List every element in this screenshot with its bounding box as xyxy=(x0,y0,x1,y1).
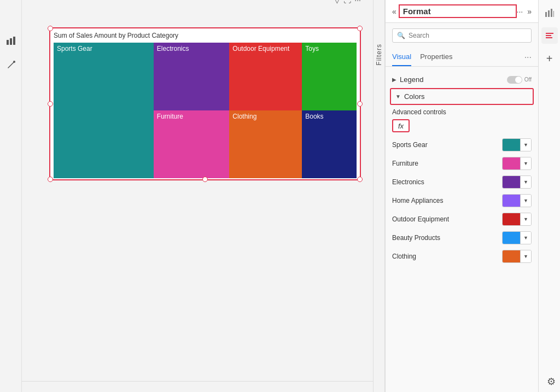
collapse-button[interactable]: « xyxy=(392,7,396,16)
svg-rect-5 xyxy=(548,10,550,17)
filters-sidebar: Filters xyxy=(373,0,385,392)
color-item-sports-gear: Sports Gear ▼ xyxy=(386,136,538,154)
status-bar xyxy=(22,381,373,392)
clothing-swatch-container[interactable]: ▼ xyxy=(502,250,532,263)
svg-point-3 xyxy=(13,61,15,63)
svg-rect-9 xyxy=(546,35,551,36)
treemap-cell-books[interactable]: Books xyxy=(302,110,357,178)
svg-rect-0 xyxy=(7,40,9,45)
sports-gear-swatch-container[interactable]: ▼ xyxy=(502,138,532,151)
resize-handle-tl[interactable] xyxy=(48,26,53,31)
color-item-furniture: Furniture ▼ xyxy=(386,154,538,173)
visualizations-icon[interactable] xyxy=(541,4,558,21)
resize-handle-mr[interactable] xyxy=(357,101,363,107)
panel-header-icons: ··· » xyxy=(517,7,532,16)
furniture-label: Furniture xyxy=(392,160,498,167)
tabs-more-icon[interactable]: ··· xyxy=(524,52,532,62)
colors-section-row[interactable]: ▼ Colors xyxy=(391,89,533,104)
panel-title: Format xyxy=(399,4,517,18)
electronics-dropdown[interactable]: ▼ xyxy=(520,176,531,188)
svg-rect-1 xyxy=(10,38,12,45)
furniture-swatch xyxy=(503,157,520,169)
resize-handle-bm[interactable] xyxy=(202,177,208,182)
panel-tabs: Visual Properties ··· xyxy=(386,48,538,67)
legend-toggle[interactable]: Off xyxy=(507,76,532,84)
treemap-cell-electronics[interactable]: Electronics xyxy=(154,43,230,110)
home-appliances-dropdown[interactable]: ▼ xyxy=(520,195,531,207)
treemap-cell-outdoor[interactable]: Outdoor Equipment xyxy=(229,43,302,110)
sports-gear-swatch xyxy=(503,139,520,151)
treemap-cell-toys[interactable]: Toys xyxy=(302,43,357,110)
more-icon[interactable]: ··· xyxy=(517,7,523,16)
tab-properties[interactable]: Properties xyxy=(420,48,452,66)
outdoor-label: Outdoor Equipment xyxy=(392,215,498,223)
tab-visual[interactable]: Visual xyxy=(392,48,411,66)
electronics-label: Electronics xyxy=(392,178,498,186)
color-item-beauty: Beauty Products ▼ xyxy=(386,229,538,247)
resize-handle-tr[interactable] xyxy=(357,26,363,31)
clothing-dropdown[interactable]: ▼ xyxy=(520,250,531,262)
furniture-swatch-container[interactable]: ▼ xyxy=(502,157,532,170)
paint-icon[interactable] xyxy=(3,57,19,72)
electronics-swatch-container[interactable]: ▼ xyxy=(502,175,532,189)
svg-rect-6 xyxy=(551,9,552,17)
chart-title: Sum of Sales Amount by Product Category xyxy=(54,32,357,39)
filter-icon[interactable]: ▽ xyxy=(334,0,340,4)
search-box[interactable]: 🔍 xyxy=(392,28,532,43)
svg-rect-2 xyxy=(13,37,15,45)
outdoor-dropdown[interactable]: ▼ xyxy=(520,213,531,225)
colors-label: Colors xyxy=(404,92,528,101)
colors-section: ▼ Colors xyxy=(390,88,534,105)
sports-gear-label: Sports Gear xyxy=(392,141,498,149)
treemap-cell-furniture[interactable]: Furniture xyxy=(154,110,230,178)
home-appliances-label: Home Appliances xyxy=(392,197,498,204)
clothing-swatch xyxy=(503,250,520,262)
svg-rect-8 xyxy=(546,33,553,34)
advanced-controls: Advanced controls fx xyxy=(386,105,538,136)
outdoor-swatch-container[interactable]: ▼ xyxy=(502,213,532,226)
treemap-cell-clothing[interactable]: Clothing xyxy=(229,110,302,178)
advanced-controls-label: Advanced controls xyxy=(392,108,532,116)
bar-chart-icon[interactable] xyxy=(3,33,19,48)
format-icon[interactable] xyxy=(541,27,558,44)
svg-rect-4 xyxy=(545,12,547,17)
search-input[interactable] xyxy=(409,32,527,39)
outdoor-swatch xyxy=(503,213,520,225)
gear-icon[interactable]: ⚙ xyxy=(547,376,556,388)
home-appliances-swatch-container[interactable]: ▼ xyxy=(502,194,532,207)
treemap: Sports Gear Electronics Outdoor Equipmen… xyxy=(54,43,357,178)
chart-toolbar: ▽ ⛶ ··· xyxy=(334,0,361,4)
beauty-label: Beauty Products xyxy=(392,234,498,242)
sports-gear-dropdown[interactable]: ▼ xyxy=(520,139,531,151)
treemap-cell-sports-gear[interactable]: Sports Gear xyxy=(54,43,154,178)
color-item-outdoor: Outdoor Equipment ▼ xyxy=(386,210,538,229)
svg-rect-10 xyxy=(546,37,552,38)
resize-handle-br[interactable] xyxy=(357,177,363,182)
resize-handle-ml[interactable] xyxy=(48,101,53,107)
electronics-swatch xyxy=(503,176,520,188)
fx-button[interactable]: fx xyxy=(392,119,410,132)
panel-content: ▶ Legend Off ▼ Colors Advanced controls … xyxy=(386,67,538,392)
search-icon: 🔍 xyxy=(397,32,405,39)
resize-handle-bl[interactable] xyxy=(48,177,53,182)
panel-header: « Format ··· » xyxy=(386,0,538,23)
beauty-dropdown[interactable]: ▼ xyxy=(520,232,531,244)
chart-container: Sum of Sales Amount by Product Category … xyxy=(49,27,361,180)
beauty-swatch-container[interactable]: ▼ xyxy=(502,231,532,244)
legend-label: Legend xyxy=(400,75,507,84)
color-items-list: Sports Gear ▼ Furniture ▼ Electronics xyxy=(386,136,538,266)
furniture-dropdown[interactable]: ▼ xyxy=(520,157,531,169)
more-options-icon[interactable]: ··· xyxy=(354,0,361,4)
clothing-label: Clothing xyxy=(392,253,498,260)
filters-label: Filters xyxy=(375,44,383,66)
focus-icon[interactable]: ⛶ xyxy=(343,0,351,4)
color-item-clothing: Clothing ▼ xyxy=(386,247,538,266)
color-item-home-appliances: Home Appliances ▼ xyxy=(386,191,538,210)
format-panel: « Format ··· » 🔍 Visual Properties ··· ▶… xyxy=(385,0,538,392)
legend-chevron: ▶ xyxy=(392,77,396,83)
canvas-area: ▽ ⛶ ··· Sum of Sales Amount by Product C… xyxy=(22,0,373,392)
beauty-swatch xyxy=(503,232,520,244)
legend-section-row[interactable]: ▶ Legend Off xyxy=(386,71,538,88)
expand-icon[interactable]: » xyxy=(527,7,532,16)
add-icon[interactable]: + xyxy=(541,50,558,67)
